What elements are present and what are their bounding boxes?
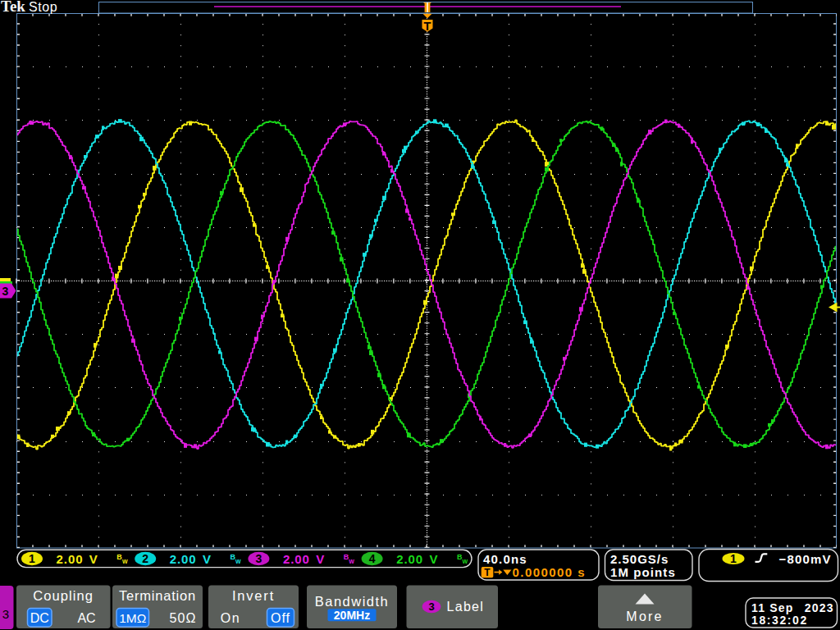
- svg-text:Coupling: Coupling: [33, 588, 94, 603]
- svg-text:V: V: [203, 552, 211, 566]
- svg-text:T: T: [484, 567, 491, 578]
- svg-text:20MHz: 20MHz: [334, 609, 370, 622]
- svg-text:W: W: [235, 559, 241, 564]
- svg-text:Bandwidth: Bandwidth: [315, 594, 390, 609]
- svg-text:AC: AC: [77, 611, 95, 625]
- svg-text:2.00: 2.00: [283, 552, 310, 566]
- svg-text:Stop: Stop: [29, 0, 57, 14]
- svg-text:4: 4: [369, 552, 376, 565]
- svg-text:V: V: [89, 552, 98, 566]
- svg-text:W: W: [122, 559, 128, 564]
- svg-text:On: On: [221, 611, 240, 625]
- svg-text:More: More: [626, 609, 663, 623]
- svg-text:Tek: Tek: [1, 0, 25, 15]
- svg-text:3: 3: [2, 285, 9, 298]
- svg-text:DC: DC: [30, 611, 49, 625]
- svg-text:1M points: 1M points: [610, 565, 676, 579]
- svg-text:50Ω: 50Ω: [170, 611, 197, 625]
- svg-text:2.50GS/s: 2.50GS/s: [610, 552, 669, 566]
- svg-text:2.00: 2.00: [396, 552, 423, 566]
- svg-text:2.00: 2.00: [170, 552, 197, 566]
- svg-text:18:32:02: 18:32:02: [751, 614, 808, 627]
- svg-text:Off: Off: [271, 611, 290, 625]
- svg-text:11 Sep 2023: 11 Sep 2023: [751, 601, 834, 614]
- svg-text:W: W: [349, 559, 354, 564]
- svg-text:2: 2: [142, 552, 148, 565]
- svg-text:Invert: Invert: [232, 588, 275, 603]
- svg-text:3: 3: [2, 607, 9, 621]
- svg-text:−800mV: −800mV: [779, 552, 832, 566]
- svg-text:Label: Label: [447, 600, 485, 614]
- svg-text:3: 3: [428, 600, 434, 613]
- svg-text:1: 1: [29, 552, 35, 565]
- svg-text:1: 1: [730, 552, 737, 565]
- svg-text:V: V: [316, 552, 324, 566]
- svg-text:W: W: [463, 559, 468, 564]
- svg-text:3: 3: [256, 552, 262, 565]
- svg-text:2.00: 2.00: [57, 552, 84, 566]
- svg-text:T: T: [424, 20, 431, 33]
- svg-text:0.000000 s: 0.000000 s: [513, 565, 587, 579]
- svg-text:Termination: Termination: [119, 588, 196, 603]
- svg-text:1MΩ: 1MΩ: [119, 611, 146, 625]
- svg-text:V: V: [429, 552, 437, 566]
